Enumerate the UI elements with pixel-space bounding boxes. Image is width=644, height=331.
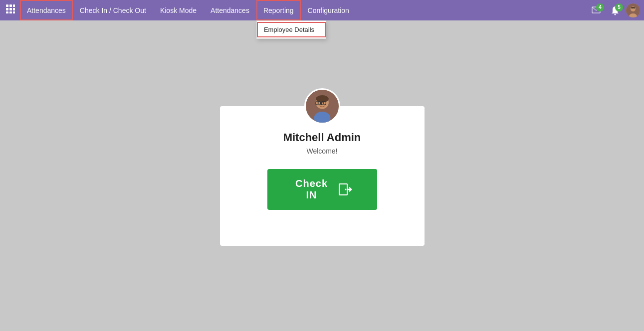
nav-menu: Attendances Check In / Check Out Kiosk M… [20, 0, 356, 20]
checkin-button[interactable]: Check IN [267, 169, 377, 210]
employee-avatar [304, 88, 340, 124]
svg-rect-3 [6, 8, 8, 10]
card-content: Mitchell Admin Welcome! Check IN [235, 131, 410, 210]
svg-rect-6 [6, 11, 8, 13]
navbar-right: 4 5 [588, 3, 640, 17]
svg-point-24 [314, 112, 330, 124]
svg-rect-1 [9, 4, 12, 7]
messages-button[interactable]: 4 [588, 3, 604, 17]
svg-point-14 [634, 8, 635, 9]
dropdown-item-employee-details[interactable]: Employee Details [257, 22, 326, 37]
svg-rect-4 [9, 8, 12, 10]
checkin-label: Check IN [292, 178, 331, 201]
nav-item-reporting[interactable]: Reporting Employee Details [256, 0, 301, 20]
welcome-text: Welcome! [307, 147, 338, 155]
svg-point-22 [317, 102, 319, 104]
employee-name: Mitchell Admin [283, 131, 361, 144]
nav-item-attendances-menu[interactable]: Attendances [204, 0, 256, 20]
svg-rect-0 [6, 4, 8, 7]
nav-item-attendances[interactable]: Attendances [20, 0, 73, 20]
user-avatar[interactable] [626, 3, 640, 17]
svg-rect-7 [9, 11, 12, 13]
messages-badge: 4 [596, 3, 604, 11]
svg-point-23 [323, 102, 324, 104]
checkin-arrow-icon [338, 182, 352, 196]
notifications-button[interactable]: 5 [607, 3, 623, 17]
svg-point-27 [345, 188, 346, 190]
svg-rect-8 [13, 11, 15, 13]
svg-rect-5 [13, 8, 15, 10]
nav-item-configuration[interactable]: Configuration [301, 0, 356, 20]
svg-point-9 [615, 13, 616, 15]
top-navbar: Attendances Check In / Check Out Kiosk M… [0, 0, 644, 20]
main-content: Mitchell Admin Welcome! Check IN [0, 20, 644, 331]
svg-rect-2 [13, 4, 15, 7]
nav-item-checkin-checkout[interactable]: Check In / Check Out [73, 0, 153, 20]
nav-item-kiosk-mode[interactable]: Kiosk Mode [153, 0, 204, 20]
reporting-dropdown: Employee Details [256, 20, 326, 39]
grid-menu-icon[interactable] [4, 2, 17, 18]
svg-rect-15 [631, 7, 635, 8]
svg-point-13 [632, 8, 633, 9]
checkin-card: Mitchell Admin Welcome! Check IN [220, 106, 425, 246]
notifications-badge: 5 [615, 3, 623, 11]
